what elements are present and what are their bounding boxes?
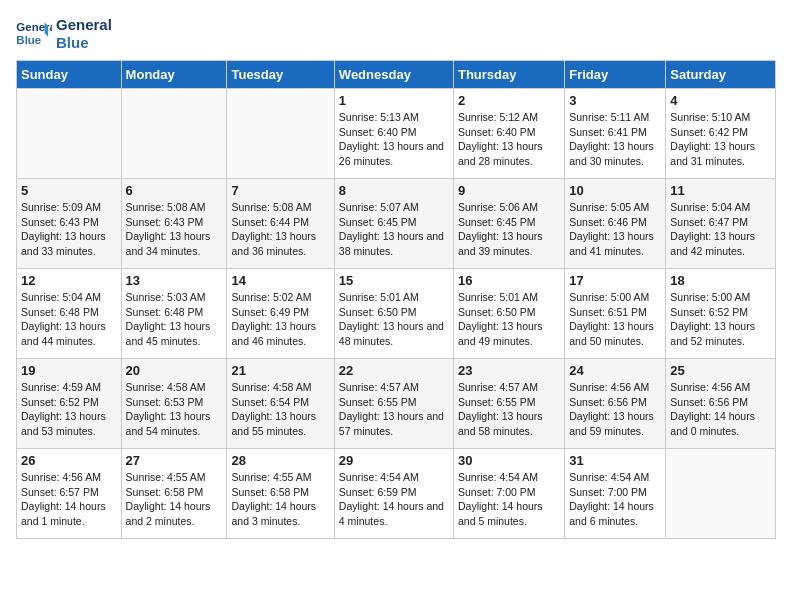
day-number: 3 (569, 93, 661, 108)
calendar-cell: 29Sunrise: 4:54 AM Sunset: 6:59 PM Dayli… (334, 449, 453, 539)
calendar-cell (17, 89, 122, 179)
day-number: 22 (339, 363, 449, 378)
day-content: Sunrise: 5:04 AM Sunset: 6:48 PM Dayligh… (21, 290, 117, 349)
day-number: 29 (339, 453, 449, 468)
calendar-table: SundayMondayTuesdayWednesdayThursdayFrid… (16, 60, 776, 539)
svg-text:Blue: Blue (16, 34, 41, 46)
day-content: Sunrise: 4:57 AM Sunset: 6:55 PM Dayligh… (458, 380, 560, 439)
day-number: 21 (231, 363, 329, 378)
day-content: Sunrise: 4:57 AM Sunset: 6:55 PM Dayligh… (339, 380, 449, 439)
day-content: Sunrise: 5:09 AM Sunset: 6:43 PM Dayligh… (21, 200, 117, 259)
day-content: Sunrise: 4:54 AM Sunset: 6:59 PM Dayligh… (339, 470, 449, 529)
day-number: 17 (569, 273, 661, 288)
day-content: Sunrise: 4:56 AM Sunset: 6:57 PM Dayligh… (21, 470, 117, 529)
day-number: 6 (126, 183, 223, 198)
day-content: Sunrise: 5:07 AM Sunset: 6:45 PM Dayligh… (339, 200, 449, 259)
day-content: Sunrise: 5:08 AM Sunset: 6:44 PM Dayligh… (231, 200, 329, 259)
day-number: 27 (126, 453, 223, 468)
calendar-cell: 31Sunrise: 4:54 AM Sunset: 7:00 PM Dayli… (565, 449, 666, 539)
weekday-header: Saturday (666, 61, 776, 89)
calendar-cell: 30Sunrise: 4:54 AM Sunset: 7:00 PM Dayli… (453, 449, 564, 539)
calendar-week-row: 12Sunrise: 5:04 AM Sunset: 6:48 PM Dayli… (17, 269, 776, 359)
day-number: 1 (339, 93, 449, 108)
day-content: Sunrise: 5:01 AM Sunset: 6:50 PM Dayligh… (458, 290, 560, 349)
day-number: 2 (458, 93, 560, 108)
day-content: Sunrise: 5:12 AM Sunset: 6:40 PM Dayligh… (458, 110, 560, 169)
calendar-cell: 25Sunrise: 4:56 AM Sunset: 6:56 PM Dayli… (666, 359, 776, 449)
calendar-cell: 23Sunrise: 4:57 AM Sunset: 6:55 PM Dayli… (453, 359, 564, 449)
day-content: Sunrise: 5:13 AM Sunset: 6:40 PM Dayligh… (339, 110, 449, 169)
calendar-cell: 18Sunrise: 5:00 AM Sunset: 6:52 PM Dayli… (666, 269, 776, 359)
logo: General Blue General Blue (16, 16, 112, 52)
calendar-cell: 19Sunrise: 4:59 AM Sunset: 6:52 PM Dayli… (17, 359, 122, 449)
weekday-header: Tuesday (227, 61, 334, 89)
day-number: 13 (126, 273, 223, 288)
day-number: 23 (458, 363, 560, 378)
calendar-cell: 26Sunrise: 4:56 AM Sunset: 6:57 PM Dayli… (17, 449, 122, 539)
day-number: 5 (21, 183, 117, 198)
calendar-week-row: 1Sunrise: 5:13 AM Sunset: 6:40 PM Daylig… (17, 89, 776, 179)
day-content: Sunrise: 4:58 AM Sunset: 6:54 PM Dayligh… (231, 380, 329, 439)
weekday-header-row: SundayMondayTuesdayWednesdayThursdayFrid… (17, 61, 776, 89)
day-content: Sunrise: 5:06 AM Sunset: 6:45 PM Dayligh… (458, 200, 560, 259)
day-content: Sunrise: 5:11 AM Sunset: 6:41 PM Dayligh… (569, 110, 661, 169)
day-content: Sunrise: 5:04 AM Sunset: 6:47 PM Dayligh… (670, 200, 771, 259)
calendar-cell: 27Sunrise: 4:55 AM Sunset: 6:58 PM Dayli… (121, 449, 227, 539)
day-number: 10 (569, 183, 661, 198)
calendar-cell: 10Sunrise: 5:05 AM Sunset: 6:46 PM Dayli… (565, 179, 666, 269)
day-number: 24 (569, 363, 661, 378)
day-content: Sunrise: 5:03 AM Sunset: 6:48 PM Dayligh… (126, 290, 223, 349)
calendar-cell (227, 89, 334, 179)
day-content: Sunrise: 5:01 AM Sunset: 6:50 PM Dayligh… (339, 290, 449, 349)
day-number: 18 (670, 273, 771, 288)
calendar-cell: 15Sunrise: 5:01 AM Sunset: 6:50 PM Dayli… (334, 269, 453, 359)
calendar-cell: 9Sunrise: 5:06 AM Sunset: 6:45 PM Daylig… (453, 179, 564, 269)
calendar-cell (666, 449, 776, 539)
day-number: 20 (126, 363, 223, 378)
day-number: 28 (231, 453, 329, 468)
day-content: Sunrise: 5:02 AM Sunset: 6:49 PM Dayligh… (231, 290, 329, 349)
calendar-cell: 7Sunrise: 5:08 AM Sunset: 6:44 PM Daylig… (227, 179, 334, 269)
day-content: Sunrise: 4:55 AM Sunset: 6:58 PM Dayligh… (231, 470, 329, 529)
weekday-header: Monday (121, 61, 227, 89)
day-content: Sunrise: 5:10 AM Sunset: 6:42 PM Dayligh… (670, 110, 771, 169)
weekday-header: Wednesday (334, 61, 453, 89)
calendar-cell: 8Sunrise: 5:07 AM Sunset: 6:45 PM Daylig… (334, 179, 453, 269)
day-number: 26 (21, 453, 117, 468)
calendar-cell (121, 89, 227, 179)
calendar-cell: 6Sunrise: 5:08 AM Sunset: 6:43 PM Daylig… (121, 179, 227, 269)
calendar-cell: 13Sunrise: 5:03 AM Sunset: 6:48 PM Dayli… (121, 269, 227, 359)
calendar-cell: 20Sunrise: 4:58 AM Sunset: 6:53 PM Dayli… (121, 359, 227, 449)
day-number: 4 (670, 93, 771, 108)
calendar-cell: 11Sunrise: 5:04 AM Sunset: 6:47 PM Dayli… (666, 179, 776, 269)
logo-icon: General Blue (16, 19, 52, 49)
calendar-week-row: 5Sunrise: 5:09 AM Sunset: 6:43 PM Daylig… (17, 179, 776, 269)
day-number: 11 (670, 183, 771, 198)
calendar-cell: 24Sunrise: 4:56 AM Sunset: 6:56 PM Dayli… (565, 359, 666, 449)
calendar-cell: 1Sunrise: 5:13 AM Sunset: 6:40 PM Daylig… (334, 89, 453, 179)
calendar-cell: 22Sunrise: 4:57 AM Sunset: 6:55 PM Dayli… (334, 359, 453, 449)
calendar-week-row: 26Sunrise: 4:56 AM Sunset: 6:57 PM Dayli… (17, 449, 776, 539)
day-content: Sunrise: 4:56 AM Sunset: 6:56 PM Dayligh… (670, 380, 771, 439)
day-number: 31 (569, 453, 661, 468)
calendar-cell: 17Sunrise: 5:00 AM Sunset: 6:51 PM Dayli… (565, 269, 666, 359)
logo-text: General Blue (56, 16, 112, 52)
day-number: 7 (231, 183, 329, 198)
calendar-cell: 2Sunrise: 5:12 AM Sunset: 6:40 PM Daylig… (453, 89, 564, 179)
day-content: Sunrise: 4:54 AM Sunset: 7:00 PM Dayligh… (569, 470, 661, 529)
calendar-cell: 16Sunrise: 5:01 AM Sunset: 6:50 PM Dayli… (453, 269, 564, 359)
day-number: 30 (458, 453, 560, 468)
day-number: 14 (231, 273, 329, 288)
day-content: Sunrise: 5:05 AM Sunset: 6:46 PM Dayligh… (569, 200, 661, 259)
day-number: 12 (21, 273, 117, 288)
day-content: Sunrise: 4:55 AM Sunset: 6:58 PM Dayligh… (126, 470, 223, 529)
day-content: Sunrise: 4:59 AM Sunset: 6:52 PM Dayligh… (21, 380, 117, 439)
calendar-cell: 4Sunrise: 5:10 AM Sunset: 6:42 PM Daylig… (666, 89, 776, 179)
calendar-cell: 14Sunrise: 5:02 AM Sunset: 6:49 PM Dayli… (227, 269, 334, 359)
day-number: 25 (670, 363, 771, 378)
header: General Blue General Blue (16, 16, 776, 52)
day-content: Sunrise: 5:08 AM Sunset: 6:43 PM Dayligh… (126, 200, 223, 259)
calendar-week-row: 19Sunrise: 4:59 AM Sunset: 6:52 PM Dayli… (17, 359, 776, 449)
day-number: 9 (458, 183, 560, 198)
calendar-cell: 5Sunrise: 5:09 AM Sunset: 6:43 PM Daylig… (17, 179, 122, 269)
